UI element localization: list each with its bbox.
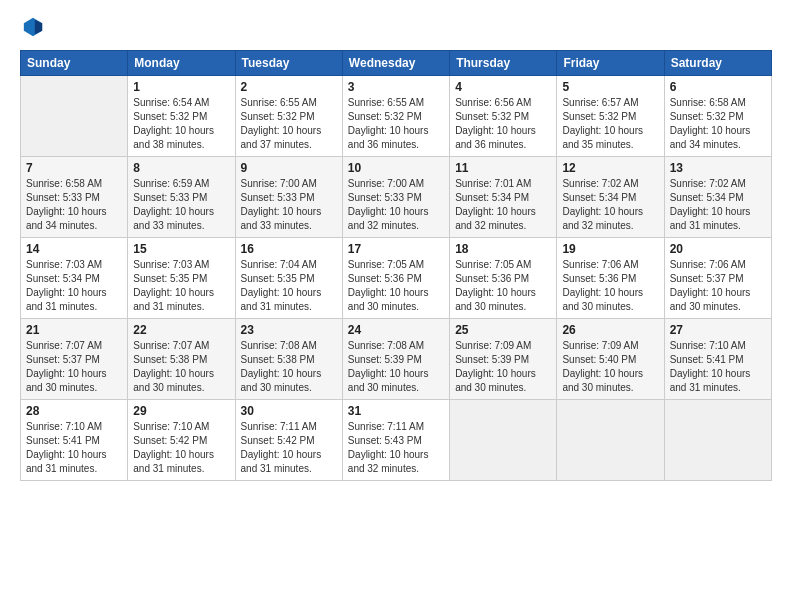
day-number: 22	[133, 323, 229, 337]
day-info: Sunrise: 7:03 AM Sunset: 5:35 PM Dayligh…	[133, 258, 229, 314]
day-number: 1	[133, 80, 229, 94]
day-info: Sunrise: 7:09 AM Sunset: 5:40 PM Dayligh…	[562, 339, 658, 395]
header	[20, 16, 772, 42]
calendar-cell	[450, 400, 557, 481]
calendar-cell: 31Sunrise: 7:11 AM Sunset: 5:43 PM Dayli…	[342, 400, 449, 481]
day-number: 3	[348, 80, 444, 94]
day-number: 13	[670, 161, 766, 175]
day-number: 8	[133, 161, 229, 175]
calendar-cell: 30Sunrise: 7:11 AM Sunset: 5:42 PM Dayli…	[235, 400, 342, 481]
calendar-cell: 28Sunrise: 7:10 AM Sunset: 5:41 PM Dayli…	[21, 400, 128, 481]
day-info: Sunrise: 7:08 AM Sunset: 5:39 PM Dayligh…	[348, 339, 444, 395]
calendar-cell: 10Sunrise: 7:00 AM Sunset: 5:33 PM Dayli…	[342, 157, 449, 238]
calendar-cell: 21Sunrise: 7:07 AM Sunset: 5:37 PM Dayli…	[21, 319, 128, 400]
day-number: 30	[241, 404, 337, 418]
svg-marker-1	[35, 20, 42, 35]
day-number: 25	[455, 323, 551, 337]
day-info: Sunrise: 7:01 AM Sunset: 5:34 PM Dayligh…	[455, 177, 551, 233]
calendar-cell: 29Sunrise: 7:10 AM Sunset: 5:42 PM Dayli…	[128, 400, 235, 481]
day-number: 7	[26, 161, 122, 175]
day-number: 17	[348, 242, 444, 256]
day-number: 27	[670, 323, 766, 337]
day-info: Sunrise: 7:06 AM Sunset: 5:37 PM Dayligh…	[670, 258, 766, 314]
day-info: Sunrise: 6:56 AM Sunset: 5:32 PM Dayligh…	[455, 96, 551, 152]
calendar-cell: 15Sunrise: 7:03 AM Sunset: 5:35 PM Dayli…	[128, 238, 235, 319]
calendar-table: SundayMondayTuesdayWednesdayThursdayFrid…	[20, 50, 772, 481]
day-number: 9	[241, 161, 337, 175]
calendar-cell	[557, 400, 664, 481]
day-number: 23	[241, 323, 337, 337]
day-number: 31	[348, 404, 444, 418]
day-header-wednesday: Wednesday	[342, 51, 449, 76]
page: SundayMondayTuesdayWednesdayThursdayFrid…	[0, 0, 792, 612]
day-header-monday: Monday	[128, 51, 235, 76]
day-number: 19	[562, 242, 658, 256]
day-info: Sunrise: 6:59 AM Sunset: 5:33 PM Dayligh…	[133, 177, 229, 233]
day-number: 2	[241, 80, 337, 94]
day-info: Sunrise: 7:06 AM Sunset: 5:36 PM Dayligh…	[562, 258, 658, 314]
calendar-week-row: 7Sunrise: 6:58 AM Sunset: 5:33 PM Daylig…	[21, 157, 772, 238]
day-number: 28	[26, 404, 122, 418]
logo	[20, 16, 44, 42]
day-info: Sunrise: 7:05 AM Sunset: 5:36 PM Dayligh…	[455, 258, 551, 314]
day-header-saturday: Saturday	[664, 51, 771, 76]
calendar-cell: 24Sunrise: 7:08 AM Sunset: 5:39 PM Dayli…	[342, 319, 449, 400]
day-info: Sunrise: 7:00 AM Sunset: 5:33 PM Dayligh…	[348, 177, 444, 233]
day-info: Sunrise: 7:03 AM Sunset: 5:34 PM Dayligh…	[26, 258, 122, 314]
calendar-cell: 8Sunrise: 6:59 AM Sunset: 5:33 PM Daylig…	[128, 157, 235, 238]
calendar-cell: 11Sunrise: 7:01 AM Sunset: 5:34 PM Dayli…	[450, 157, 557, 238]
calendar-cell: 23Sunrise: 7:08 AM Sunset: 5:38 PM Dayli…	[235, 319, 342, 400]
logo-icon	[22, 16, 44, 38]
calendar-cell: 14Sunrise: 7:03 AM Sunset: 5:34 PM Dayli…	[21, 238, 128, 319]
calendar-cell: 20Sunrise: 7:06 AM Sunset: 5:37 PM Dayli…	[664, 238, 771, 319]
calendar-cell: 2Sunrise: 6:55 AM Sunset: 5:32 PM Daylig…	[235, 76, 342, 157]
day-number: 14	[26, 242, 122, 256]
day-number: 24	[348, 323, 444, 337]
day-number: 4	[455, 80, 551, 94]
day-info: Sunrise: 6:58 AM Sunset: 5:32 PM Dayligh…	[670, 96, 766, 152]
calendar-cell: 4Sunrise: 6:56 AM Sunset: 5:32 PM Daylig…	[450, 76, 557, 157]
day-info: Sunrise: 6:55 AM Sunset: 5:32 PM Dayligh…	[348, 96, 444, 152]
calendar-cell: 12Sunrise: 7:02 AM Sunset: 5:34 PM Dayli…	[557, 157, 664, 238]
day-info: Sunrise: 7:10 AM Sunset: 5:41 PM Dayligh…	[670, 339, 766, 395]
day-info: Sunrise: 7:05 AM Sunset: 5:36 PM Dayligh…	[348, 258, 444, 314]
day-number: 11	[455, 161, 551, 175]
calendar-cell: 3Sunrise: 6:55 AM Sunset: 5:32 PM Daylig…	[342, 76, 449, 157]
calendar-week-row: 28Sunrise: 7:10 AM Sunset: 5:41 PM Dayli…	[21, 400, 772, 481]
calendar-cell	[21, 76, 128, 157]
day-number: 18	[455, 242, 551, 256]
calendar-body: 1Sunrise: 6:54 AM Sunset: 5:32 PM Daylig…	[21, 76, 772, 481]
day-info: Sunrise: 7:00 AM Sunset: 5:33 PM Dayligh…	[241, 177, 337, 233]
day-header-tuesday: Tuesday	[235, 51, 342, 76]
calendar-cell: 22Sunrise: 7:07 AM Sunset: 5:38 PM Dayli…	[128, 319, 235, 400]
day-info: Sunrise: 6:54 AM Sunset: 5:32 PM Dayligh…	[133, 96, 229, 152]
calendar-cell: 13Sunrise: 7:02 AM Sunset: 5:34 PM Dayli…	[664, 157, 771, 238]
day-info: Sunrise: 6:55 AM Sunset: 5:32 PM Dayligh…	[241, 96, 337, 152]
calendar-cell: 17Sunrise: 7:05 AM Sunset: 5:36 PM Dayli…	[342, 238, 449, 319]
calendar-cell: 25Sunrise: 7:09 AM Sunset: 5:39 PM Dayli…	[450, 319, 557, 400]
calendar-cell: 26Sunrise: 7:09 AM Sunset: 5:40 PM Dayli…	[557, 319, 664, 400]
day-header-friday: Friday	[557, 51, 664, 76]
calendar-cell: 1Sunrise: 6:54 AM Sunset: 5:32 PM Daylig…	[128, 76, 235, 157]
calendar-cell: 16Sunrise: 7:04 AM Sunset: 5:35 PM Dayli…	[235, 238, 342, 319]
day-info: Sunrise: 7:10 AM Sunset: 5:41 PM Dayligh…	[26, 420, 122, 476]
day-info: Sunrise: 7:07 AM Sunset: 5:38 PM Dayligh…	[133, 339, 229, 395]
day-number: 6	[670, 80, 766, 94]
day-number: 10	[348, 161, 444, 175]
calendar-cell: 19Sunrise: 7:06 AM Sunset: 5:36 PM Dayli…	[557, 238, 664, 319]
day-info: Sunrise: 7:10 AM Sunset: 5:42 PM Dayligh…	[133, 420, 229, 476]
day-number: 26	[562, 323, 658, 337]
day-info: Sunrise: 7:11 AM Sunset: 5:42 PM Dayligh…	[241, 420, 337, 476]
calendar-cell: 6Sunrise: 6:58 AM Sunset: 5:32 PM Daylig…	[664, 76, 771, 157]
calendar-header-row: SundayMondayTuesdayWednesdayThursdayFrid…	[21, 51, 772, 76]
day-info: Sunrise: 7:04 AM Sunset: 5:35 PM Dayligh…	[241, 258, 337, 314]
day-number: 16	[241, 242, 337, 256]
day-info: Sunrise: 6:57 AM Sunset: 5:32 PM Dayligh…	[562, 96, 658, 152]
calendar-cell: 9Sunrise: 7:00 AM Sunset: 5:33 PM Daylig…	[235, 157, 342, 238]
calendar-week-row: 21Sunrise: 7:07 AM Sunset: 5:37 PM Dayli…	[21, 319, 772, 400]
calendar-week-row: 14Sunrise: 7:03 AM Sunset: 5:34 PM Dayli…	[21, 238, 772, 319]
day-header-thursday: Thursday	[450, 51, 557, 76]
calendar-cell	[664, 400, 771, 481]
day-info: Sunrise: 7:02 AM Sunset: 5:34 PM Dayligh…	[562, 177, 658, 233]
calendar-cell: 27Sunrise: 7:10 AM Sunset: 5:41 PM Dayli…	[664, 319, 771, 400]
